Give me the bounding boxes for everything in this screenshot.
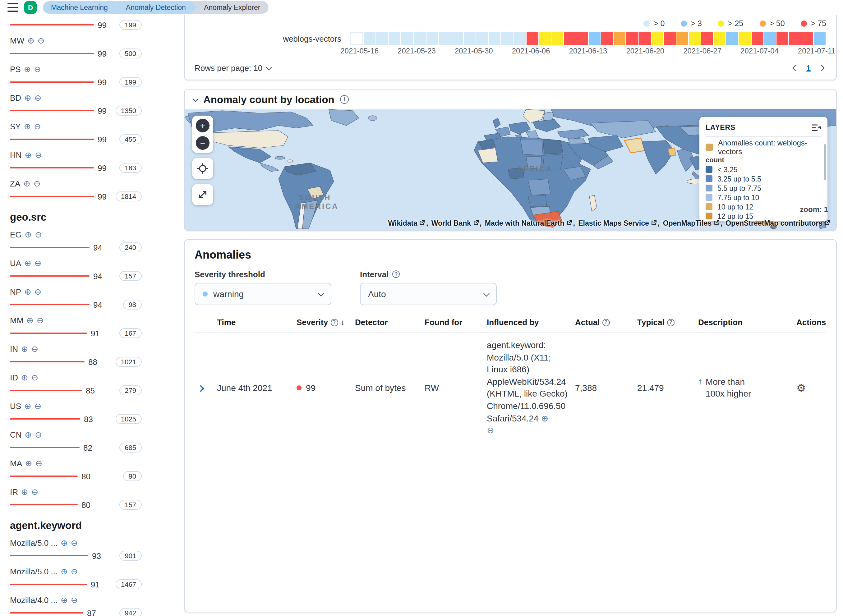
map-locate-button[interactable] — [192, 158, 213, 179]
collapse-layers-icon[interactable] — [812, 123, 821, 132]
add-filter-icon[interactable]: ⊕ — [541, 413, 548, 423]
column-header-actual[interactable]: Actual? — [575, 318, 631, 327]
swimlane-cell[interactable] — [401, 32, 413, 45]
add-filter-icon[interactable]: ⊕ — [21, 488, 28, 496]
remove-filter-icon[interactable]: ⊖ — [71, 568, 78, 576]
remove-filter-icon[interactable]: ⊖ — [35, 230, 42, 239]
add-filter-icon[interactable]: ⊕ — [24, 122, 31, 131]
swimlane-cell[interactable] — [714, 32, 726, 45]
remove-filter-icon[interactable]: ⊖ — [34, 65, 41, 73]
influencer-value-label[interactable]: PS — [10, 65, 21, 74]
column-header-severity[interactable]: Severity?↓ — [296, 318, 349, 327]
gear-icon[interactable]: ⚙ — [796, 382, 806, 395]
influencer-value-label[interactable]: HN — [10, 150, 22, 160]
column-header-time[interactable]: Time — [217, 318, 290, 327]
swimlane-cell[interactable] — [389, 32, 401, 45]
add-filter-icon[interactable]: ⊕ — [24, 402, 31, 410]
influencer-value-label[interactable]: US — [10, 402, 21, 411]
remove-filter-icon[interactable]: ⊖ — [37, 317, 44, 324]
breadcrumb-machine-learning[interactable]: Machine Learning — [43, 1, 119, 14]
influencer-value-label[interactable]: NI — [10, 15, 18, 17]
influencer-value-label[interactable]: IR — [10, 487, 18, 497]
swimlane-cell[interactable] — [614, 32, 626, 45]
column-header-detector[interactable]: Detector — [355, 318, 418, 327]
previous-page-icon[interactable] — [792, 65, 799, 71]
remove-filter-icon[interactable]: ⊖ — [34, 180, 41, 188]
influencer-value-label[interactable]: NP — [10, 287, 21, 296]
help-icon[interactable]: ? — [602, 318, 610, 326]
swimlane-cell[interactable] — [589, 32, 601, 45]
add-filter-icon[interactable]: ⊕ — [61, 596, 68, 604]
swimlane-cell[interactable] — [439, 32, 451, 45]
swimlane-cell[interactable] — [476, 32, 488, 45]
attribution-link-world-bank[interactable]: World Bank — [431, 219, 478, 227]
attribution-link-elastic-maps-service[interactable]: Elastic Maps Service — [578, 219, 657, 227]
swimlane-cell[interactable] — [801, 32, 813, 45]
add-filter-icon[interactable]: ⊕ — [27, 37, 35, 45]
influencer-value-label[interactable]: ZA — [10, 179, 20, 188]
influencer-value-label[interactable]: MW — [10, 36, 24, 45]
add-filter-icon[interactable]: ⊕ — [23, 180, 31, 188]
layers-scrollbar[interactable] — [824, 144, 826, 180]
swimlane-cell[interactable] — [776, 32, 788, 45]
swimlane-cell[interactable] — [414, 32, 425, 45]
info-icon[interactable]: i — [340, 95, 349, 104]
swimlane-cell[interactable] — [726, 32, 738, 45]
influencer-value-label[interactable]: Mozilla/5.0 ... — [10, 567, 57, 576]
influencer-value-label[interactable]: UA — [10, 258, 21, 268]
remove-filter-icon[interactable]: ⊖ — [35, 431, 42, 439]
add-filter-icon[interactable]: ⊕ — [25, 230, 32, 239]
remove-filter-icon[interactable]: ⊖ — [38, 37, 45, 45]
swimlane-cell[interactable] — [350, 32, 363, 45]
swimlane-cell[interactable] — [551, 32, 563, 45]
remove-filter-icon[interactable]: ⊖ — [31, 488, 38, 496]
influencer-value-label[interactable]: BD — [10, 93, 21, 103]
attribution-link-openmaptiles[interactable]: OpenMapTiles — [663, 219, 719, 227]
help-icon[interactable]: ? — [330, 318, 338, 326]
add-filter-icon[interactable]: ⊕ — [26, 317, 34, 324]
help-icon[interactable]: ? — [393, 270, 400, 278]
swimlane-cell[interactable] — [814, 32, 825, 45]
remove-filter-icon[interactable]: ⊖ — [31, 374, 38, 382]
swimlane-cell[interactable] — [764, 32, 776, 45]
add-filter-icon[interactable]: ⊕ — [61, 539, 68, 547]
swimlane-cell[interactable] — [676, 32, 688, 45]
expand-row-button[interactable] — [197, 385, 205, 392]
severity-threshold-select[interactable]: warning — [195, 283, 331, 305]
swimlane-cell[interactable] — [514, 32, 526, 45]
breadcrumb-anomaly-detection[interactable]: Anomaly Detection — [113, 1, 197, 14]
remove-filter-icon[interactable]: ⊖ — [31, 15, 38, 16]
attribution-link-openstreetmap-contributors[interactable]: OpenStreetMap contributors — [726, 219, 830, 227]
remove-filter-icon[interactable]: ⊖ — [35, 94, 42, 102]
add-filter-icon[interactable]: ⊕ — [21, 374, 28, 382]
interval-select[interactable]: Auto — [360, 283, 497, 305]
swimlane-cell[interactable] — [664, 32, 676, 45]
remove-filter-icon[interactable]: ⊖ — [31, 345, 38, 353]
remove-filter-icon[interactable]: ⊖ — [35, 402, 42, 410]
map-layer-item[interactable]: Anomalies count: weblogs-vectors — [706, 141, 821, 154]
swimlane-cell[interactable] — [489, 32, 500, 45]
add-filter-icon[interactable]: ⊕ — [24, 288, 31, 296]
influencer-value-label[interactable]: Mozilla/4.0 ... — [10, 595, 57, 605]
map-expand-button[interactable] — [192, 184, 213, 205]
add-filter-icon[interactable]: ⊕ — [24, 94, 31, 102]
remove-filter-icon[interactable]: ⊖ — [487, 425, 494, 435]
remove-filter-icon[interactable]: ⊖ — [35, 259, 42, 267]
column-header-influenced-by[interactable]: Influenced by — [487, 318, 569, 327]
column-header-typical[interactable]: Typical? — [637, 318, 692, 327]
remove-filter-icon[interactable]: ⊖ — [71, 596, 78, 604]
influencer-value-label[interactable]: ID — [10, 373, 18, 382]
breadcrumb-anomaly-explorer[interactable]: Anomaly Explorer — [192, 1, 268, 14]
influencer-value-label[interactable]: SY — [10, 122, 21, 131]
add-filter-icon[interactable]: ⊕ — [25, 459, 32, 468]
swimlane-cell[interactable] — [639, 32, 651, 45]
attribution-link-wikidata[interactable]: Wikidata — [388, 219, 425, 227]
influencer-value-label[interactable]: MM — [10, 316, 23, 325]
add-filter-icon[interactable]: ⊕ — [61, 568, 68, 576]
swimlane-cell[interactable] — [789, 32, 801, 45]
swimlane-cell[interactable] — [376, 32, 388, 45]
influencer-value-label[interactable]: MA — [10, 459, 22, 468]
swimlane-cell[interactable] — [539, 32, 550, 45]
swimlane-cell[interactable] — [426, 32, 438, 45]
swimlane-cell[interactable] — [701, 32, 713, 45]
